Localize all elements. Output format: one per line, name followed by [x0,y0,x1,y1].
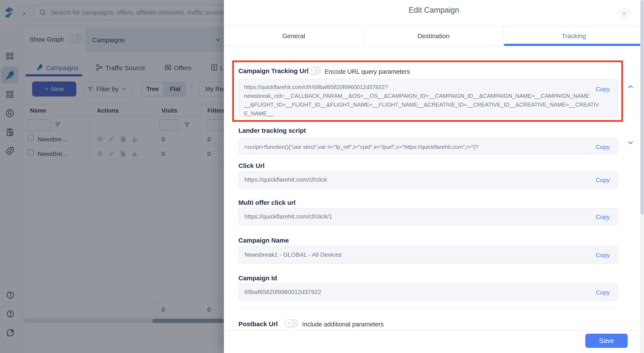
lander-script-field[interactable]: <script>!function(){"use strict";var n="… [238,138,618,154]
active-tab-underline [504,44,640,46]
save-button[interactable]: Save [585,334,628,348]
multi-offer-url-label: Multi offer click url [238,199,296,206]
campaign-id-label: Campaign Id [238,274,277,282]
tracking-url-label: Campaign Tracking Url [238,67,308,75]
copy-tracking-url-button[interactable]: Copy [596,86,610,93]
tracking-url-value[interactable]: https://quickflarehit.com/cf/r/69baf6582… [239,79,618,118]
modal-tabs: General Destination Tracking [224,26,644,46]
tab-destination[interactable]: Destination [364,26,504,46]
click-url-label: Click Url [238,162,264,169]
lander-script-value[interactable]: <script>!function(){"use strict";var n="… [239,139,618,154]
campaign-name-value: Newsbreak1 - GLOBAL - All Devices [244,251,342,258]
encode-url-toggle-label: Encode URL query parameters [324,68,410,75]
campaign-name-field[interactable]: Newsbreak1 - GLOBAL - All Devices Copy [238,246,618,263]
collapse-chevron-up-icon[interactable] [627,83,634,91]
modal-scrollbar-thumb[interactable] [640,0,644,214]
multi-offer-url-field[interactable]: https://quickflarehit.com/cf/click/1 Cop… [238,208,618,225]
modal-title: Edit Campaign [224,6,644,15]
toggle-knob [308,67,315,74]
footer-divider [224,330,644,331]
click-url-field[interactable]: https://quickflarehit.com/cf/click Copy [238,171,618,188]
lander-script-label: Lander tracking script [238,127,306,134]
copy-campaign-name-button[interactable]: Copy [596,252,610,259]
postback-url-label: Postback Url [238,320,278,328]
edit-campaign-modal: Edit Campaign ✕ General Destination Trac… [224,0,644,353]
toggle-knob [286,320,292,327]
screen: Search for campaigns, offers, affiliate … [0,0,644,353]
tab-general[interactable]: General [224,26,364,46]
tab-tracking[interactable]: Tracking [504,26,644,46]
click-url-value: https://quickflarehit.com/cf/click [244,176,327,183]
copy-campaign-id-button[interactable]: Copy [596,289,610,296]
postback-params-toggle[interactable] [285,319,299,328]
close-button[interactable]: ✕ [618,7,630,20]
copy-lander-script-button[interactable]: Copy [596,144,610,151]
multi-offer-url-value: https://quickflarehit.com/cf/click/1 [244,213,332,220]
postback-params-toggle-label: Include additional parameters [302,321,384,328]
tracking-url-field[interactable]: https://quickflarehit.com/cf/r/69baf6582… [238,79,618,117]
campaign-id-value: 69baf65820f9960012d37922 [244,289,321,295]
encode-url-toggle[interactable] [308,67,322,75]
campaign-name-label: Campaign Name [238,237,289,244]
campaign-id-field[interactable]: 69baf65820f9960012d37922 Copy [238,283,618,301]
close-icon: ✕ [621,10,627,17]
expand-chevron-down-icon[interactable] [627,139,634,147]
section-divider [238,308,618,308]
copy-multi-offer-url-button[interactable]: Copy [596,214,610,220]
copy-click-url-button[interactable]: Copy [596,177,610,184]
